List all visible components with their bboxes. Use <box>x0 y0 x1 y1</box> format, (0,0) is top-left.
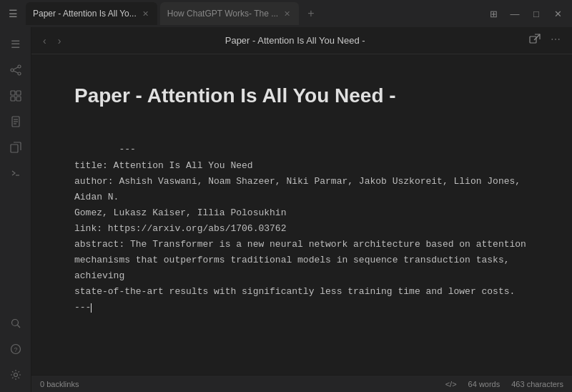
svg-point-1 <box>18 65 21 68</box>
window-controls: ⊞ — □ ✕ <box>485 5 566 22</box>
svg-point-2 <box>18 72 21 75</box>
close-button[interactable]: ✕ <box>549 5 566 22</box>
svg-line-21 <box>534 34 540 40</box>
svg-rect-13 <box>11 144 18 152</box>
svg-line-3 <box>14 67 18 69</box>
sidebar-icon-graph[interactable] <box>4 59 27 82</box>
svg-rect-6 <box>16 91 21 95</box>
nav-bar: ‹ › Paper - Attention Is All You Need - … <box>31 27 572 54</box>
svg-point-15 <box>11 320 18 326</box>
svg-rect-20 <box>530 36 536 43</box>
code-icon: </> <box>445 380 457 388</box>
svg-point-0 <box>11 69 14 72</box>
sidebar: ☰ <box>0 27 31 392</box>
nav-title: Paper - Attention Is All You Need - <box>69 35 521 46</box>
sidebar-icon-copy[interactable] <box>4 136 27 159</box>
content-area: ‹ › Paper - Attention Is All You Need - … <box>31 27 572 392</box>
svg-text:?: ? <box>14 346 17 353</box>
nav-right-controls: ⋯ <box>526 31 563 50</box>
minimize-button[interactable]: — <box>506 5 523 22</box>
document-content[interactable]: Paper - Attention Is All You Need - --- … <box>31 54 572 375</box>
add-tab-button[interactable]: + <box>303 6 318 21</box>
text-cursor <box>91 303 92 313</box>
words-text: 64 words <box>468 380 500 388</box>
svg-line-4 <box>14 71 18 73</box>
title-bar: ☰ Paper - Attention Is All Yo... ✕ How C… <box>0 0 572 27</box>
svg-rect-8 <box>16 97 21 101</box>
svg-rect-5 <box>11 91 15 95</box>
tab-active[interactable]: Paper - Attention Is All Yo... ✕ <box>26 2 157 25</box>
open-external-icon[interactable] <box>526 31 543 50</box>
status-bar: 0 backlinks </> 64 words 463 characters <box>31 375 572 392</box>
sidebar-icon-help[interactable]: ? <box>4 338 27 361</box>
sidebar-icon-menu[interactable]: ☰ <box>4 33 27 56</box>
document-title: Paper - Attention Is All You Need - <box>74 83 529 109</box>
sidebar-icon-search[interactable] <box>4 312 27 335</box>
forward-button[interactable]: › <box>55 32 64 49</box>
maximize-button[interactable]: □ <box>528 5 545 22</box>
backlinks-text: 0 backlinks <box>40 380 79 388</box>
tab-inactive-close[interactable]: ✕ <box>282 8 292 20</box>
sidebar-icon-settings[interactable] <box>4 363 27 386</box>
sidebar-icon-file[interactable] <box>4 110 27 133</box>
svg-line-16 <box>17 325 20 328</box>
tab-inactive-label: How ChatGPT Works- The ... <box>167 9 278 19</box>
document-text: --- title: Attention Is All You Need aut… <box>74 144 526 313</box>
window-menu-icon[interactable]: ☰ <box>6 6 20 21</box>
characters-text: 463 characters <box>511 380 563 388</box>
tab-active-close[interactable]: ✕ <box>141 8 150 20</box>
characters-status: 463 characters <box>511 380 563 388</box>
main-layout: ☰ <box>0 27 572 392</box>
more-options-icon[interactable]: ⋯ <box>548 31 563 50</box>
layout-button[interactable]: ⊞ <box>485 5 502 22</box>
code-icon-status: </> <box>445 380 457 388</box>
sidebar-icon-grid[interactable] <box>4 84 27 107</box>
svg-rect-7 <box>11 97 15 101</box>
tab-inactive[interactable]: How ChatGPT Works- The ... ✕ <box>160 2 299 25</box>
tab-active-label: Paper - Attention Is All Yo... <box>33 9 137 19</box>
sidebar-icon-terminal[interactable] <box>4 162 27 185</box>
words-status: 64 words <box>468 380 500 388</box>
svg-point-19 <box>14 373 17 377</box>
back-button[interactable]: ‹ <box>40 32 49 49</box>
backlinks-status: 0 backlinks <box>40 380 79 388</box>
document-body[interactable]: --- title: Attention Is All You Need aut… <box>74 126 529 331</box>
